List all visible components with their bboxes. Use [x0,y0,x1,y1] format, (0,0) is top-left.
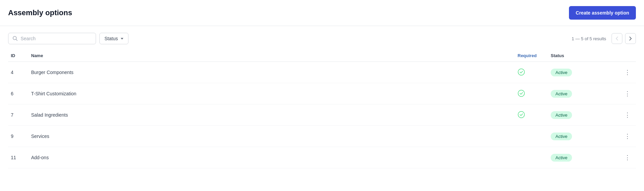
row-actions-button[interactable]: ⋮ [622,152,633,163]
cell-name: Burger Components [28,62,497,83]
status-badge: Active [551,69,572,76]
cell-name: Salad Ingredients [28,104,497,126]
check-circle-icon [518,68,525,76]
row-actions-button[interactable]: ⋮ [622,110,633,120]
chevron-left-icon [616,37,618,41]
cell-actions: ⋮ [616,83,636,104]
cell-name: Add-ons [28,147,497,168]
cell-required [497,104,548,126]
check-circle-icon [518,111,525,118]
chevron-down-icon [121,38,123,40]
check-circle-icon [518,90,525,97]
status-filter-button[interactable]: Status [99,33,128,44]
table-row: 9 Services Active ⋮ [8,126,636,147]
pagination-text: 1 — 5 of 5 results [572,36,606,41]
cell-id: 6 [8,83,28,104]
cell-actions: ⋮ [616,62,636,83]
cell-status: Active [548,62,616,83]
toolbar-left: Status [8,33,128,44]
cell-required [497,62,548,83]
column-header-status: Status [548,50,616,62]
table-row: 7 Salad Ingredients Active ⋮ [8,104,636,126]
row-actions-button[interactable]: ⋮ [622,131,633,141]
cell-required [497,126,548,147]
svg-point-2 [518,69,525,75]
cell-actions: ⋮ [616,126,636,147]
status-filter-label: Status [104,36,118,41]
row-actions-button[interactable]: ⋮ [622,89,633,99]
status-badge: Active [551,154,572,162]
svg-point-4 [518,111,525,118]
column-header-actions [616,50,636,62]
cell-name: T-Shirt Customization [28,83,497,104]
table-header-row: ID Name Required Status [8,50,636,62]
toolbar: Status 1 — 5 of 5 results [0,26,644,50]
cell-status: Active [548,147,616,168]
assembly-options-table: ID Name Required Status 4 Burger Compone… [8,50,636,168]
cell-required [497,83,548,104]
cell-id: 9 [8,126,28,147]
cell-required [497,147,548,168]
chevron-right-icon [629,37,632,41]
cell-actions: ⋮ [616,147,636,168]
column-header-name: Name [28,50,497,62]
pagination-info: 1 — 5 of 5 results [572,33,636,44]
page-title: Assembly options [8,8,72,17]
pagination-prev-button[interactable] [612,33,622,44]
cell-status: Active [548,104,616,126]
status-badge: Active [551,111,572,119]
table-body: 4 Burger Components Active ⋮ 6 T-Shirt C… [8,62,636,168]
svg-line-1 [16,40,18,41]
table-row: 6 T-Shirt Customization Active ⋮ [8,83,636,104]
status-badge: Active [551,90,572,98]
cell-id: 11 [8,147,28,168]
table-row: 4 Burger Components Active ⋮ [8,62,636,83]
search-icon [13,36,18,41]
cell-actions: ⋮ [616,104,636,126]
create-assembly-option-button[interactable]: Create assembly option [569,6,636,20]
status-badge: Active [551,133,572,140]
table-container: ID Name Required Status 4 Burger Compone… [0,50,644,168]
row-actions-button[interactable]: ⋮ [622,67,633,77]
column-header-required: Required [497,50,548,62]
page-header: Assembly options Create assembly option [0,0,644,26]
search-input[interactable] [21,36,92,41]
cell-name: Services [28,126,497,147]
cell-status: Active [548,126,616,147]
cell-status: Active [548,83,616,104]
cell-id: 4 [8,62,28,83]
svg-point-3 [518,90,525,96]
cell-id: 7 [8,104,28,126]
search-wrapper [8,33,96,44]
column-header-id: ID [8,50,28,62]
pagination-next-button[interactable] [625,33,636,44]
table-row: 11 Add-ons Active ⋮ [8,147,636,168]
